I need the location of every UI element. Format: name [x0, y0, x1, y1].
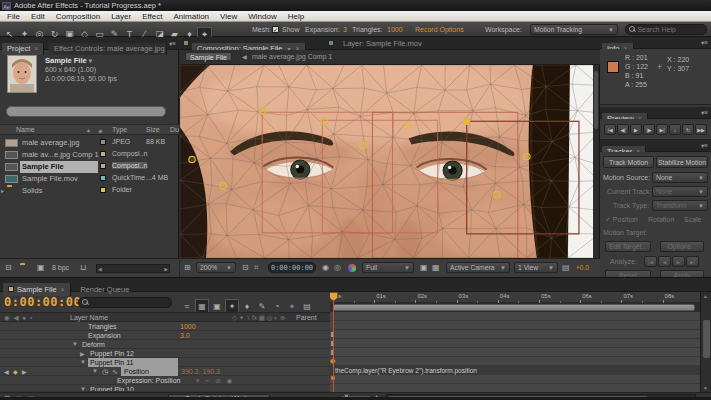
- menu-layer[interactable]: Layer: [111, 12, 131, 21]
- position-value[interactable]: 390.3, 190.3: [181, 368, 220, 375]
- transport-button-1[interactable]: ◀|: [617, 124, 629, 135]
- analyze-button-0[interactable]: |◀: [644, 256, 657, 267]
- expansion-value[interactable]: 3: [343, 26, 347, 33]
- grid-options-icon[interactable]: ⊞: [184, 263, 191, 272]
- scale-check-label[interactable]: Scale: [684, 216, 702, 223]
- expression-icons[interactable]: ≡ ⌐ ⊘ ◉: [196, 377, 234, 385]
- transport-button-4[interactable]: ▶|: [656, 124, 668, 135]
- expression-text[interactable]: theComp.layer("R Eyebrow 2").transform.p…: [335, 367, 477, 374]
- menu-edit[interactable]: Edit: [31, 12, 45, 21]
- transport-button-2[interactable]: ▶: [630, 124, 642, 135]
- triangles-value[interactable]: 1000: [180, 323, 196, 330]
- menu-file[interactable]: File: [7, 12, 20, 21]
- camera-select[interactable]: Active Camera▼: [446, 262, 510, 273]
- magnification-select[interactable]: 200%▼: [196, 262, 236, 273]
- menu-composition[interactable]: Composition: [56, 12, 100, 21]
- time-ruler[interactable]: 0s01s02s03s04s05s06s07s08s: [330, 292, 700, 303]
- label-color[interactable]: [100, 139, 106, 145]
- bit-depth-button[interactable]: 8 bpc: [52, 264, 69, 271]
- tab-render-queue[interactable]: Render Queue: [75, 283, 134, 296]
- transparency-grid-icon[interactable]: ▦: [432, 263, 440, 272]
- timeline-timecode[interactable]: 0:00:00:00: [4, 295, 81, 309]
- workspace-select[interactable]: Motion Tracking▼: [530, 24, 618, 35]
- project-search-input[interactable]: [17, 107, 165, 116]
- label-color[interactable]: [100, 151, 106, 157]
- label-color[interactable]: [100, 175, 106, 181]
- keyframe-nav-diamond-icon[interactable]: ◆: [13, 368, 18, 375]
- channel-wheel-icon[interactable]: [348, 264, 356, 272]
- timeline-search-input[interactable]: [88, 298, 171, 307]
- transport-button-5[interactable]: ♪: [669, 124, 681, 135]
- horizontal-scrollbar[interactable]: ◀ ▶: [96, 264, 170, 273]
- current-track-select[interactable]: None▼: [652, 186, 708, 197]
- panel-menu-icon[interactable]: ▾≡: [169, 40, 176, 48]
- new-comp-icon[interactable]: ▣: [37, 263, 45, 272]
- resolution-select[interactable]: Full▼: [362, 262, 414, 273]
- stabilize-motion-button[interactable]: Stabilize Motion: [656, 156, 708, 168]
- scroll-down-icon[interactable]: ▼: [703, 385, 708, 391]
- current-time-indicator-line[interactable]: [333, 292, 334, 392]
- table-row[interactable]: male average.jpg JPEG88 KB: [0, 137, 179, 149]
- property-row-expansion[interactable]: Expansion 3.0: [0, 331, 330, 340]
- panel-menu-icon[interactable]: ▾≡: [701, 109, 708, 117]
- group-row-pin12[interactable]: ▶ Puppet Pin 12: [0, 349, 330, 358]
- expansion-value[interactable]: 3.0: [180, 332, 190, 339]
- safe-guides-icon[interactable]: ⊟: [242, 263, 249, 272]
- analyze-button-3[interactable]: ▶|: [686, 256, 699, 267]
- triangles-value[interactable]: 1000: [387, 26, 403, 33]
- transport-button-7[interactable]: ▶▶: [695, 124, 707, 135]
- column-parent[interactable]: Parent: [296, 314, 317, 321]
- position-checkbox[interactable]: ✓: [605, 216, 611, 223]
- view-layout-select[interactable]: 1 View▼: [514, 262, 558, 273]
- motion-source-select[interactable]: None▼: [652, 172, 708, 183]
- project-item-name[interactable]: Sample File ▾: [45, 56, 92, 65]
- project-search[interactable]: [6, 106, 166, 117]
- column-size[interactable]: Size: [146, 126, 160, 133]
- work-area-bar[interactable]: [333, 304, 695, 311]
- pixel-aspect-icon[interactable]: ▤: [562, 263, 570, 272]
- keyframe-nav-next-icon[interactable]: ▶: [22, 368, 27, 375]
- column-type[interactable]: Type: [112, 126, 127, 133]
- property-row-triangles[interactable]: Triangles 1000: [0, 322, 330, 331]
- scroll-up-icon[interactable]: ▲: [703, 293, 708, 299]
- twirl-right-icon[interactable]: ▶: [80, 350, 85, 357]
- composition-viewer[interactable]: [180, 65, 599, 258]
- track-type-select[interactable]: Transform▼: [652, 200, 708, 211]
- stopwatch-icon[interactable]: ◷: [102, 368, 108, 376]
- transport-button-3[interactable]: |▶: [643, 124, 655, 135]
- twirl-down-icon[interactable]: ▼: [72, 341, 78, 347]
- tab-timeline-comp[interactable]: Sample File×: [3, 283, 71, 296]
- analyze-button-1[interactable]: ◀: [658, 256, 671, 267]
- table-row-selected[interactable]: Sample File Composi..n: [0, 161, 179, 173]
- tab-layer[interactable]: Layer: Sample File.mov: [338, 37, 427, 49]
- breadcrumb-current[interactable]: Sample File: [185, 52, 232, 61]
- tab-project[interactable]: Project×: [2, 43, 44, 55]
- group-row-pin11-selected[interactable]: ▼ Puppet Pin 11: [0, 358, 330, 367]
- column-duration[interactable]: Du: [170, 126, 179, 133]
- transport-button-6[interactable]: ↻: [682, 124, 694, 135]
- mesh-show-checkbox[interactable]: ✓: [272, 26, 279, 33]
- label-color-column-icon[interactable]: ◈: [98, 127, 103, 134]
- menu-help[interactable]: Help: [288, 12, 304, 21]
- expression-row[interactable]: Expression: Position ≡ ⌐ ⊘ ◉: [0, 376, 330, 385]
- analyze-button-2[interactable]: ▶: [672, 256, 685, 267]
- menu-view[interactable]: View: [220, 12, 237, 21]
- rotation-check-label[interactable]: Rotation: [648, 216, 674, 223]
- close-icon[interactable]: ×: [34, 45, 38, 52]
- twirl-down-icon[interactable]: ▼: [92, 368, 98, 374]
- table-row[interactable]: ▸ Solids Folder: [0, 185, 179, 197]
- twirl-down-icon[interactable]: ▼: [80, 359, 86, 365]
- options-button[interactable]: Options...: [660, 241, 704, 252]
- keyframe-nav-prev-icon[interactable]: ◀: [4, 368, 9, 375]
- group-row-pin10[interactable]: ▼ Puppet Pin 10: [0, 385, 330, 392]
- table-row[interactable]: male av...e.jpg Comp 1 Composi..n: [0, 149, 179, 161]
- column-layer-name[interactable]: Layer Name: [70, 314, 108, 321]
- record-options-button[interactable]: Record Options: [415, 26, 464, 33]
- exposure-value[interactable]: +0.0: [576, 264, 589, 271]
- trash-icon[interactable]: ⊔: [80, 263, 86, 272]
- menu-effect[interactable]: Effect: [142, 12, 162, 21]
- timeline-search[interactable]: [78, 297, 172, 308]
- label-color[interactable]: [100, 187, 106, 193]
- scroll-left-icon[interactable]: ◀: [98, 266, 102, 272]
- menu-animation[interactable]: Animation: [173, 12, 209, 21]
